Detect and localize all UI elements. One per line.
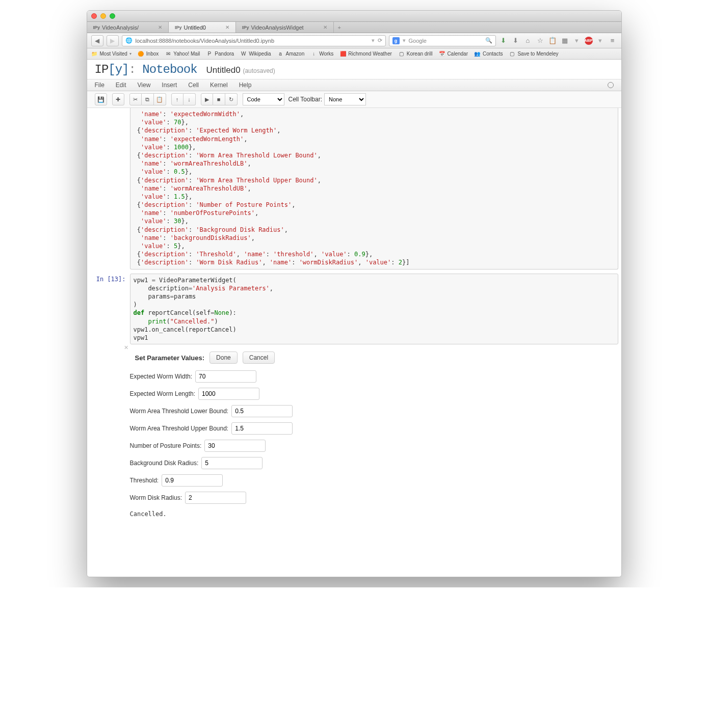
move-down-button[interactable]: ↓ — [183, 93, 196, 105]
field-input[interactable] — [198, 388, 259, 400]
clipboard-icon[interactable]: 📋 — [548, 36, 557, 45]
menu-edit[interactable]: Edit — [116, 82, 126, 89]
code-cell[interactable]: In [13]: vpw1 = VideoParameterWidget( de… — [90, 274, 618, 518]
window-close-button[interactable] — [91, 13, 97, 19]
notebook-title[interactable]: Untitled0 (autosaved) — [206, 65, 275, 75]
menu-view[interactable]: View — [138, 82, 151, 89]
cancel-button[interactable]: Cancel — [243, 352, 275, 364]
widget-field-row: Worm Area Threshold Upper Bound: — [130, 420, 618, 437]
menu-insert[interactable]: Insert — [162, 82, 177, 89]
home-icon[interactable]: ⌂ — [523, 36, 533, 45]
autosave-status: (autosaved) — [243, 67, 275, 74]
new-tab-button[interactable]: + — [334, 22, 345, 33]
search-placeholder: Google — [409, 38, 482, 44]
search-icon[interactable]: 🔍 — [485, 37, 492, 44]
widget-field-row: Number of Posture Points: — [130, 437, 618, 454]
window-titlebar — [87, 11, 621, 22]
bookmark-item[interactable]: 📁Most Visited▾ — [91, 50, 132, 57]
field-label: Worm Area Threshold Upper Bound: — [130, 425, 229, 432]
code-body[interactable]: vpw1 = VideoParameterWidget( description… — [130, 274, 618, 345]
move-up-button[interactable]: ↑ — [171, 93, 183, 105]
restart-button[interactable]: ↻ — [225, 93, 238, 105]
done-button[interactable]: Done — [209, 352, 238, 364]
back-button[interactable]: ◀ — [91, 35, 103, 46]
bookmark-label: Calendar — [447, 51, 468, 57]
window-minimize-button[interactable] — [100, 13, 106, 19]
browser-tab[interactable]: IPyUntitled0✕ — [169, 22, 236, 33]
abp-dropdown-icon[interactable]: ▾ — [596, 36, 605, 45]
traffic-lights — [91, 13, 115, 19]
menu-file[interactable]: File — [95, 82, 104, 89]
bookmark-item[interactable]: 🟥Richmond Weather — [339, 50, 391, 57]
menu-cell[interactable]: Cell — [188, 82, 199, 89]
menu-icon[interactable]: ≡ — [608, 36, 617, 45]
abp-icon[interactable]: ABP — [585, 37, 593, 45]
tab-close-icon[interactable]: ✕ — [323, 24, 327, 30]
search-bar[interactable]: g ▾ Google 🔍 — [389, 35, 496, 46]
notebook-header: IP[y]: Notebook Untitled0 (autosaved) — [87, 60, 621, 79]
ipython-logo[interactable]: IP[y]: Notebook — [95, 63, 197, 76]
tab-close-icon[interactable]: ✕ — [225, 24, 229, 30]
output-close-icon[interactable]: ✕ — [124, 344, 128, 351]
bookmark-item[interactable]: ▢Korean drill — [398, 50, 433, 57]
field-input[interactable] — [185, 492, 246, 504]
field-input[interactable] — [162, 474, 223, 487]
bookmark-item[interactable]: WWikipedia — [240, 50, 271, 57]
output-text: Cancelled. — [130, 506, 618, 518]
reload-icon[interactable]: ⟳ — [378, 37, 382, 44]
bookmark-item[interactable]: PPandora — [206, 50, 234, 57]
bookmark-star-icon[interactable]: ☆ — [536, 36, 545, 45]
tab-strip: IPyVideoAnalysis/✕IPyUntitled0✕IPyVideoA… — [87, 22, 621, 33]
insert-cell-button[interactable]: ✚ — [112, 93, 124, 105]
paste-button[interactable]: 📋 — [154, 93, 166, 105]
bookmark-icon: 👥 — [474, 50, 481, 57]
tab-favicon: IPy — [93, 25, 100, 30]
dropdown-spacer-icon[interactable]: ▾ — [572, 36, 582, 45]
site-identity-icon: 🌐 — [125, 37, 133, 44]
cut-button[interactable]: ✂ — [129, 93, 142, 105]
browser-tab[interactable]: IPyVideoAnalysis/✕ — [87, 22, 169, 33]
menu-bar: FileEditViewInsertCellKernelHelp — [87, 79, 621, 91]
field-input[interactable] — [195, 370, 256, 383]
stop-button[interactable]: ■ — [213, 93, 225, 105]
field-input[interactable] — [204, 440, 266, 452]
tab-favicon: IPy — [175, 25, 182, 30]
bookmark-label: Save to Mendeley — [517, 51, 558, 57]
bookmark-label: Korean drill — [407, 51, 433, 57]
bookmark-item[interactable]: ▢Save to Mendeley — [509, 50, 558, 57]
copy-button[interactable]: ⧉ — [142, 93, 154, 105]
widget-field-row: Expected Worm Width: — [130, 368, 618, 385]
download-icon[interactable]: ⬇ — [511, 36, 520, 45]
code-cell[interactable]: . 'name': 'expectedWormWidth', 'value': … — [90, 108, 618, 269]
browser-tab[interactable]: IPyVideoAnalysisWidget✕ — [236, 22, 334, 33]
search-dropdown-icon[interactable]: ▾ — [403, 37, 406, 44]
dropdown-icon[interactable]: ▾ — [372, 37, 375, 44]
save-button[interactable]: 💾 — [95, 93, 107, 105]
bookmarks-bar: 📁Most Visited▾🟠Inbox✉Yahoo! MailPPandora… — [87, 48, 621, 60]
downloads-icon[interactable]: ⬇ — [499, 36, 508, 45]
url-bar[interactable]: 🌐 localhost:8888/notebooks/VideoAnalysis… — [122, 35, 386, 46]
forward-button[interactable]: ▶ — [107, 35, 119, 46]
window-zoom-button[interactable] — [110, 13, 115, 19]
bookmark-item[interactable]: 📅Calendar — [438, 50, 468, 57]
bookmark-item[interactable]: 👥Contacts — [474, 50, 503, 57]
bookmark-item[interactable]: ↓Works — [310, 50, 333, 57]
run-button[interactable]: ▶ — [201, 93, 213, 105]
menu-kernel[interactable]: Kernel — [210, 82, 228, 89]
field-input[interactable] — [231, 422, 293, 435]
celltype-select[interactable]: Code — [243, 93, 284, 105]
bookmark-item[interactable]: ✉Yahoo! Mail — [165, 50, 200, 57]
bookmark-item[interactable]: 🟠Inbox — [138, 50, 159, 57]
bookmark-label: Wikipedia — [249, 51, 271, 57]
field-input[interactable] — [231, 405, 293, 417]
bookmark-icon: 📅 — [438, 50, 445, 57]
menu-help[interactable]: Help — [239, 82, 252, 89]
celltoolbar-select[interactable]: None — [324, 93, 366, 105]
feed-icon[interactable]: ▦ — [560, 36, 569, 45]
cell-output: ✕ Set Parameter Values: Done Cancel Expe… — [130, 344, 618, 518]
bookmark-icon: 📁 — [91, 50, 98, 57]
bookmark-item[interactable]: aAmazon — [277, 50, 305, 57]
field-input[interactable] — [201, 457, 263, 469]
code-body[interactable]: 'name': 'expectedWormWidth', 'value': 70… — [130, 108, 618, 269]
tab-close-icon[interactable]: ✕ — [158, 24, 162, 30]
